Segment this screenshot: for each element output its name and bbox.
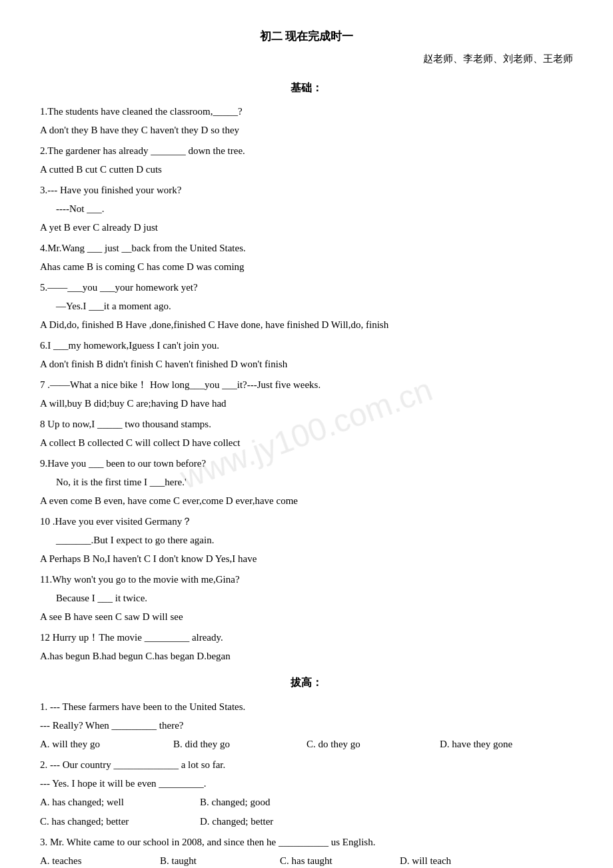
q5-text: 5.——___you ___your homework yet? [40,279,573,297]
page-title: 初二 现在完成时一 [40,27,573,47]
section-basic-title: 基础： [40,79,573,98]
a2-opt-a: A. has changed; well [40,793,187,811]
q8-options: A collect B collected C will collect D h… [40,434,573,452]
q11-options: A see B have seen C saw D will see [40,608,573,626]
a3-opt-c: C. has taught [280,852,386,868]
q10-options: A Perhaps B No,I haven't C I don't know … [40,550,573,568]
q11-text: 11.Why won't you go to the movie with me… [40,571,573,589]
q2-options: A cutted B cut C cutten D cuts [40,161,573,179]
question-2: 2.The gardener has already _______ down … [40,142,573,179]
a2-options: A. has changed; well B. changed; good [40,793,573,811]
q7-options: A will,buy B did;buy C are;having D have… [40,395,573,413]
q1-options: A don't they B have they C haven't they … [40,121,573,139]
a2-opt-c: C. has changed; better [40,813,187,831]
subtitle: 赵老师、李老师、刘老师、王老师 [40,50,573,68]
section-advanced-title: 拔高： [40,673,573,693]
q6-text: 6.I ___my homework,Iguess I can't join y… [40,337,573,355]
q9-text: 9.Have you ___ been to our town before? [40,455,573,473]
question-11: 11.Why won't you go to the movie with me… [40,571,573,626]
question-8: 8 Up to now,I _____ two thousand stamps.… [40,415,573,452]
advanced-question-2: 2. --- Our country _____________ a lot s… [40,756,573,831]
question-10: 10 .Have you ever visited Germany？ _____… [40,513,573,568]
a1-options: A. will they go B. did they go C. do the… [40,735,573,753]
a3-text: 3. Mr. White came to our school in 2008,… [40,833,573,851]
q8-text: 8 Up to now,I _____ two thousand stamps. [40,415,573,433]
question-4: 4.Mr.Wang ___ just __back from the Unite… [40,239,573,276]
a3-opt-a: A. teaches [40,852,147,868]
a1-sub1: --- Really? When _________ there? [40,717,573,735]
q2-text: 2.The gardener has already _______ down … [40,142,573,160]
question-6: 6.I ___my homework,Iguess I can't join y… [40,337,573,373]
a1-opt-b: B. did they go [173,735,293,753]
question-12: 12 Hurry up！The movie _________ already.… [40,629,573,665]
q6-options: A don't finish B didn't finish C haven't… [40,355,573,373]
q3-options: A yet B ever C already D just [40,219,573,237]
a1-text: 1. --- These farmers have been to the Un… [40,698,573,716]
question-7: 7 .——What a nice bike！ How long___you __… [40,376,573,413]
question-5: 5.——___you ___your homework yet? —Yes.I … [40,279,573,334]
a2-text: 2. --- Our country _____________ a lot s… [40,756,573,774]
a2-options-2: C. has changed; better D. changed; bette… [40,813,573,831]
q11-sub: Because I ___ it twice. [40,589,573,607]
q5-options: A Did,do, finished B Have ,done,finished… [40,316,573,334]
a3-opt-b: B. taught [160,852,267,868]
q10-sub: _______.But I expect to go there again. [40,531,573,549]
q5-sub: —Yes.I ___it a moment ago. [40,297,573,315]
q10-text: 10 .Have you ever visited Germany？ [40,513,573,531]
a2-opt-d: D. changed; better [200,813,346,831]
q12-options: A.has begun B.had begun C.has began D.be… [40,647,573,665]
q3-sub: ----Not ___. [40,200,573,218]
a1-opt-c: C. do they go [306,735,426,753]
a1-opt-d: D. have they gone [440,735,560,753]
question-3: 3.--- Have you finished your work? ----N… [40,181,573,237]
a2-sub1: --- Yes. I hope it will be even ________… [40,775,573,793]
a3-opt-d: D. will teach [400,852,506,868]
q3-text: 3.--- Have you finished your work? [40,181,573,199]
q1-text: 1.The students have cleaned the classroo… [40,103,573,121]
a3-options: A. teaches B. taught C. has taught D. wi… [40,852,573,868]
advanced-question-3: 3. Mr. White came to our school in 2008,… [40,833,573,868]
q9-sub: No, it is the first time I ___here.' [40,473,573,491]
q9-options: A even come B even, have come C ever,com… [40,492,573,510]
advanced-question-1: 1. --- These farmers have been to the Un… [40,698,573,753]
q4-text: 4.Mr.Wang ___ just __back from the Unite… [40,239,573,257]
question-9: 9.Have you ___ been to our town before? … [40,455,573,510]
a1-opt-a: A. will they go [40,735,160,753]
q12-text: 12 Hurry up！The movie _________ already. [40,629,573,647]
q4-options: Ahas came B is coming C has come D was c… [40,258,573,276]
q7-text: 7 .——What a nice bike！ How long___you __… [40,376,573,394]
a2-opt-b: B. changed; good [200,793,346,811]
question-1: 1.The students have cleaned the classroo… [40,103,573,139]
